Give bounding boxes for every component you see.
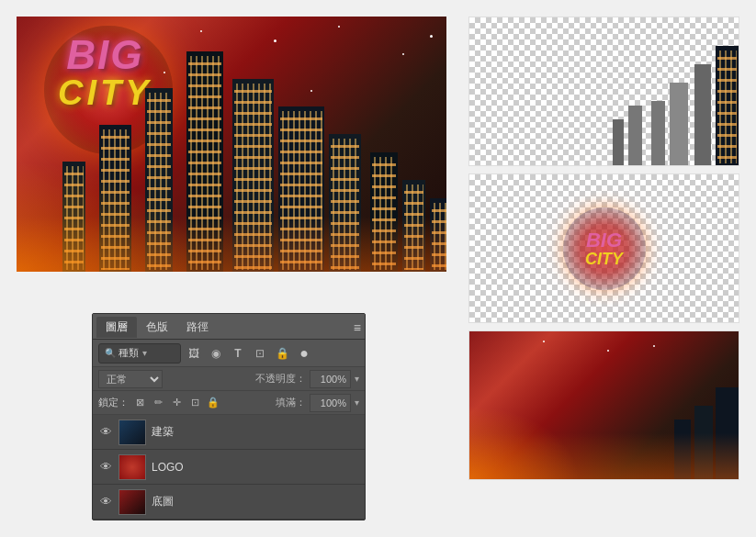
- layer-filter-toolbar: 🔍 種類 ▾ 🖼 ◉ T ⊡ 🔒 ●: [93, 340, 365, 367]
- layer-text-icon[interactable]: T: [229, 344, 247, 363]
- layer-item-logo[interactable]: 👁 LOGO: [93, 450, 365, 485]
- fill-group: 填滿： ▾: [276, 394, 359, 412]
- filter-dropdown-arrow[interactable]: ▾: [142, 348, 147, 358]
- big-city-logo: BIG CITY: [58, 35, 152, 110]
- small-building: [613, 119, 624, 165]
- star: [402, 53, 404, 55]
- layer-lock-row: 鎖定： ⊠ ✏ ✛ ⊡ 🔒 填滿： ▾: [93, 391, 365, 415]
- layer-thumb-img-architecture: [119, 420, 145, 444]
- lock-label: 鎖定：: [98, 396, 129, 409]
- layer-shape-icon[interactable]: ⊡: [251, 344, 269, 363]
- layer-eye-background[interactable]: 👁: [98, 495, 113, 509]
- star: [274, 39, 276, 42]
- opacity-label: 不透明度：: [255, 372, 306, 386]
- big-text: BIG: [58, 35, 152, 75]
- lock-all-icon[interactable]: 🔒: [206, 396, 220, 410]
- filter-search-box[interactable]: 🔍 種類 ▾: [98, 343, 181, 364]
- star: [164, 72, 165, 73]
- small-building: [628, 106, 642, 165]
- layer-name-architecture: 建築: [152, 424, 174, 440]
- layer-brush-icon[interactable]: ◉: [207, 344, 225, 363]
- logo-circle: BIG CITY: [563, 207, 646, 290]
- left-glow: [17, 162, 200, 272]
- thumbnail-buildings[interactable]: [468, 17, 739, 166]
- layer-thumb-logo: [118, 454, 146, 480]
- layer-thumb-img-logo: [119, 455, 145, 479]
- star: [653, 345, 655, 347]
- background-preview: [469, 331, 739, 479]
- small-building: [670, 83, 688, 165]
- layer-name-logo: LOGO: [152, 461, 184, 474]
- layer-thumb-background: [118, 489, 146, 515]
- opacity-arrow[interactable]: ▾: [355, 374, 359, 384]
- lock-artboard-icon[interactable]: ⊡: [187, 396, 202, 410]
- building-windows: [717, 50, 737, 163]
- star: [607, 350, 609, 352]
- city-text: CITY: [58, 75, 152, 110]
- blend-mode-select[interactable]: 正常: [98, 370, 163, 388]
- lock-pixels-icon[interactable]: ✏: [151, 396, 165, 410]
- main-canvas: BIG CITY: [17, 17, 446, 272]
- tab-layers[interactable]: 圖層: [96, 317, 137, 338]
- layer-item-architecture[interactable]: 👁 建築: [93, 415, 365, 450]
- small-building: [716, 46, 739, 165]
- fill-label: 填滿：: [276, 396, 306, 409]
- panel-menu-icon[interactable]: ≡: [354, 320, 361, 335]
- layer-thumb-img-background: [119, 490, 145, 514]
- buildings-preview: [555, 17, 739, 165]
- right-panel: BIG CITY: [468, 17, 739, 480]
- layer-dot-icon[interactable]: ●: [295, 344, 313, 363]
- star: [200, 30, 202, 32]
- layer-panel: 圖層 色版 路徑 ≡ 🔍 種類 ▾ 🖼 ◉ T ⊡ 🔒 ● 正常 不透明度： ▾…: [92, 313, 366, 520]
- star: [338, 26, 340, 28]
- small-building: [694, 64, 711, 165]
- opacity-input[interactable]: [310, 370, 351, 388]
- logo-preview: BIG CITY: [563, 207, 646, 290]
- layer-eye-logo[interactable]: 👁: [98, 460, 113, 475]
- filter-label: 種類: [118, 346, 139, 360]
- logo-big: BIG: [586, 230, 622, 251]
- lock-position-icon[interactable]: ✛: [169, 396, 184, 410]
- opacity-group: 不透明度： ▾: [255, 370, 359, 388]
- star: [430, 35, 433, 38]
- lock-icons-group: ⊠ ✏ ✛ ⊡ 🔒: [132, 396, 220, 410]
- layer-image-icon[interactable]: 🖼: [185, 344, 203, 363]
- search-icon: 🔍: [105, 348, 116, 358]
- layer-eye-architecture[interactable]: 👁: [98, 425, 113, 440]
- fill-arrow[interactable]: ▾: [355, 397, 359, 408]
- logo-city: CITY: [585, 251, 623, 267]
- fill-input[interactable]: [310, 394, 351, 412]
- tab-channels[interactable]: 色版: [137, 317, 177, 338]
- star: [310, 90, 312, 92]
- thumbnail-logo[interactable]: BIG CITY: [468, 173, 739, 323]
- layer-mode-row: 正常 不透明度： ▾: [93, 367, 365, 391]
- small-building: [651, 101, 665, 165]
- layer-name-background: 底圖: [152, 494, 174, 509]
- layer-thumb-architecture: [118, 420, 146, 445]
- tab-paths[interactable]: 路徑: [177, 317, 218, 338]
- layer-item-background[interactable]: 👁 底圖: [93, 485, 365, 520]
- layer-lock-icon[interactable]: 🔒: [273, 344, 291, 363]
- thumb3-left-glow: [469, 406, 580, 479]
- lock-transparency-icon[interactable]: ⊠: [132, 396, 147, 410]
- layer-tabs: 圖層 色版 路徑 ≡: [93, 314, 365, 340]
- thumbnail-background[interactable]: [468, 330, 739, 480]
- star: [543, 341, 545, 342]
